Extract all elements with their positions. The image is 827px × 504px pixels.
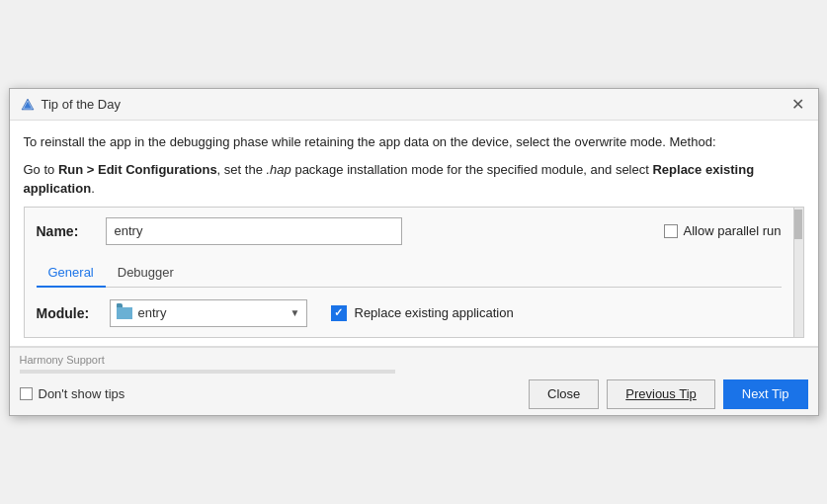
replace-area: ✓ Replace existing application bbox=[331, 305, 514, 321]
scrollbar[interactable] bbox=[793, 208, 803, 337]
tip-paragraph-1: To reinstall the app in the debugging ph… bbox=[24, 132, 804, 152]
scrollbar-thumb bbox=[794, 210, 802, 239]
tip-set-text: , set the .hap package installation mode… bbox=[217, 162, 653, 177]
module-folder-icon bbox=[117, 307, 132, 319]
module-label: Module: bbox=[37, 305, 96, 321]
name-input[interactable] bbox=[106, 217, 402, 245]
titlebar: Tip of the Day ✕ bbox=[10, 89, 818, 121]
footer: Don't show tips Close Previous Tip Next … bbox=[20, 379, 808, 409]
progress-bar bbox=[20, 370, 395, 374]
name-row: Name: Allow parallel run bbox=[37, 217, 782, 245]
module-dropdown-arrow: ▼ bbox=[290, 307, 300, 318]
module-row: Module: entry ▼ ✓ Replace existing app bbox=[37, 299, 782, 327]
dialog-title: Tip of the Day bbox=[41, 97, 121, 112]
allow-parallel-container: Allow parallel run bbox=[664, 223, 782, 238]
module-value: entry bbox=[138, 305, 285, 320]
harmony-label: Harmony Support bbox=[20, 354, 808, 366]
tip-period: . bbox=[91, 181, 95, 196]
tabs-container: General Debugger bbox=[37, 259, 782, 288]
tip-paragraph-2: Go to Run > Edit Configurations, set the… bbox=[24, 160, 804, 199]
name-label: Name: bbox=[37, 223, 96, 239]
close-dialog-button[interactable]: Close bbox=[529, 379, 599, 409]
close-button[interactable]: ✕ bbox=[787, 95, 808, 115]
bottom-bar: Harmony Support Don't show tips Close Pr… bbox=[10, 347, 818, 415]
tab-general[interactable]: General bbox=[37, 259, 106, 288]
tip-run-prefix: Go to bbox=[24, 162, 58, 177]
titlebar-left: Tip of the Day bbox=[20, 97, 121, 113]
app-icon bbox=[20, 97, 36, 113]
dont-show-container: Don't show tips bbox=[20, 386, 522, 401]
checkmark-icon: ✓ bbox=[334, 306, 343, 319]
allow-parallel-checkbox[interactable] bbox=[664, 224, 678, 238]
next-tip-button[interactable]: Next Tip bbox=[723, 379, 808, 409]
dont-show-label: Don't show tips bbox=[39, 386, 125, 401]
replace-checkbox[interactable]: ✓ bbox=[331, 305, 347, 321]
dont-show-checkbox[interactable] bbox=[20, 387, 33, 400]
tip-content: To reinstall the app in the debugging ph… bbox=[10, 121, 818, 347]
module-select[interactable]: entry ▼ bbox=[110, 299, 307, 327]
dialog: Tip of the Day ✕ To reinstall the app in… bbox=[9, 88, 819, 416]
screenshot-area: Name: Allow parallel run General bbox=[24, 207, 804, 338]
allow-parallel-label: Allow parallel run bbox=[684, 223, 782, 238]
tab-debugger[interactable]: Debugger bbox=[106, 259, 186, 288]
tip-text-1: To reinstall the app in the debugging ph… bbox=[24, 134, 716, 149]
replace-label: Replace existing application bbox=[355, 305, 514, 320]
tip-run-config: Run > Edit Configurations bbox=[58, 162, 217, 177]
previous-tip-button[interactable]: Previous Tip bbox=[607, 379, 715, 409]
